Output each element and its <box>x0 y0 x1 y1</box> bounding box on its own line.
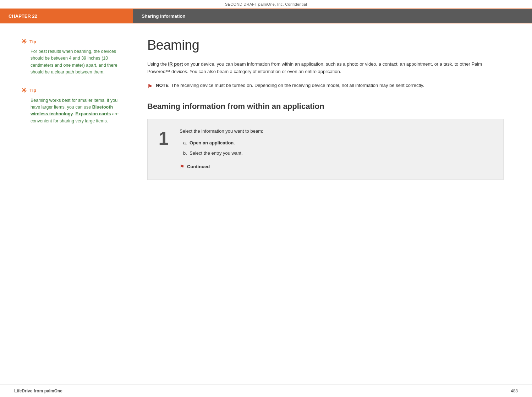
tip-1-label: Tip <box>29 39 36 44</box>
note-text: NOTE The receiving device must be turned… <box>156 82 424 89</box>
continued-block: ⚑ Continued <box>180 162 495 171</box>
tip-1-text: For best results when beaming, the devic… <box>21 48 122 76</box>
tip-2-header: ✳ Tip <box>21 87 122 94</box>
step-content: Select the information you want to beam:… <box>180 128 495 171</box>
content-area: ✳ Tip For best results when beaming, the… <box>0 23 532 201</box>
step-box-1: 1 Select the information you want to bea… <box>147 119 504 180</box>
watermark: SECOND DRAFT palmOne, Inc. Confidential <box>0 0 532 9</box>
step-sub-b: b. Select the entry you want. <box>180 150 495 157</box>
step-number: 1 <box>159 129 169 148</box>
continued-icon: ⚑ <box>180 162 184 171</box>
tip-2: ✳ Tip Beaming works best for smaller ite… <box>21 87 122 125</box>
ir-port-link[interactable]: IR port <box>168 61 183 67</box>
open-application-link[interactable]: Open an application <box>190 140 234 145</box>
chapter-label: CHAPTER 22 <box>0 9 133 23</box>
note-block: ⚑ NOTE The receiving device must be turn… <box>147 82 504 91</box>
page-title: Beaming <box>147 38 504 53</box>
step-sub-a: a. Open an application. <box>180 139 495 147</box>
footer-page-number: 488 <box>511 388 518 393</box>
main-content: Beaming Using the IR port on your device… <box>133 23 532 201</box>
tip-2-star-icon: ✳ <box>21 87 27 94</box>
step-number-col: 1 <box>148 128 180 171</box>
tip-1-star-icon: ✳ <box>21 38 27 45</box>
tip-1-header: ✳ Tip <box>21 38 122 45</box>
subsection-title: Beaming information from within an appli… <box>147 101 504 112</box>
continued-label: Continued <box>187 163 210 171</box>
tip-1: ✳ Tip For best results when beaming, the… <box>21 38 122 76</box>
footer-brand: LifeDrive from palmOne <box>14 388 62 393</box>
expansion-cards-link[interactable]: Expansion cards <box>75 111 111 116</box>
tip-2-label: Tip <box>29 88 36 93</box>
footer: LifeDrive from palmOne 488 <box>0 385 532 397</box>
note-icon: ⚑ <box>147 82 152 91</box>
section-label: Sharing Information <box>133 9 532 23</box>
step-instruction: Select the information you want to beam: <box>180 128 495 135</box>
header-bar: CHAPTER 22 Sharing Information <box>0 9 532 23</box>
sidebar: ✳ Tip For best results when beaming, the… <box>0 23 133 201</box>
intro-text: Using the IR port on your device, you ca… <box>147 61 504 76</box>
tip-2-text: Beaming works best for smaller items. If… <box>21 97 122 125</box>
